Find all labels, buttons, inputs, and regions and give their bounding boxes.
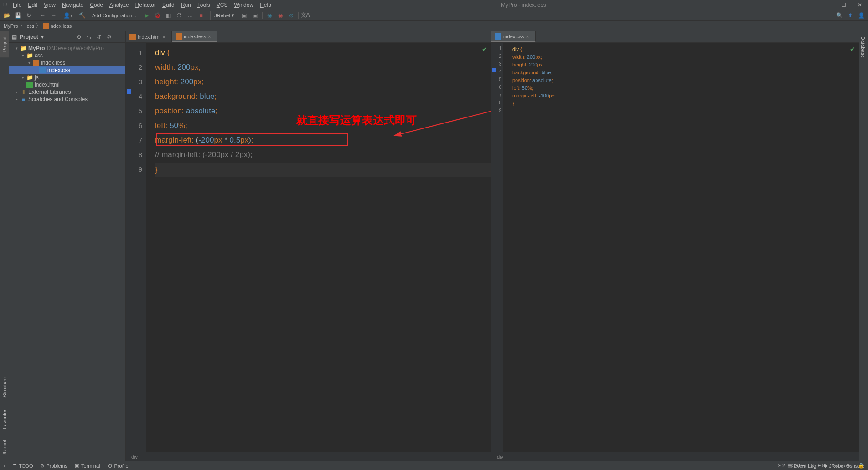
sync-icon[interactable]: ↻ [24, 10, 34, 20]
editor-tabs-right: index.css× [491, 31, 859, 43]
editor-tabs-left: index.html×index.less× [126, 31, 491, 43]
inspection-ok-icon[interactable]: ✔ [850, 46, 855, 53]
stop-icon[interactable]: ■ [196, 10, 206, 20]
tree-folder-js[interactable]: ▸📁js [9, 74, 125, 81]
editor-tab[interactable]: index.less× [172, 31, 217, 42]
project-tool-tab[interactable]: Project [0, 31, 9, 57]
menu-tools[interactable]: Tools [195, 1, 213, 9]
jr-icon2[interactable]: ▣ [250, 10, 260, 20]
menu-code[interactable]: Code [87, 1, 106, 9]
debug-icon[interactable]: 🐞 [152, 10, 162, 20]
menu-run[interactable]: Run [178, 1, 194, 9]
editor-tab[interactable]: index.css× [491, 31, 536, 42]
editor-breadcrumb-right[interactable]: div [491, 452, 859, 461]
cw-icon3[interactable]: ⊘ [286, 10, 296, 20]
indent-setting[interactable]: 2 spaces [832, 463, 852, 468]
readonly-lock-icon[interactable]: 🔒 [858, 463, 864, 469]
favorites-tool-tab[interactable]: Favorites [0, 403, 9, 434]
build-icon[interactable]: 👤▾ [63, 10, 73, 20]
menu-analyze[interactable]: Analyze [107, 1, 132, 9]
search-everywhere-icon[interactable]: 🔍 [834, 10, 844, 20]
gear-icon[interactable]: ⚙ [105, 33, 113, 41]
terminal-tool[interactable]: ▣ Terminal [75, 463, 100, 469]
window-title: MyPro - index.less [228, 2, 819, 8]
tree-external-libs[interactable]: ▸⫴External Libraries [9, 88, 125, 96]
line-separator[interactable]: CRLF [791, 463, 805, 468]
save-icon[interactable]: 💾 [13, 10, 23, 20]
problems-tool[interactable]: ⊘ Problems [40, 463, 67, 469]
run-icon[interactable]: ▶ [141, 10, 151, 20]
translate-icon[interactable]: 文A [300, 10, 310, 20]
editor-area-right[interactable]: 123456789 div { width: 200px; height: 20… [491, 43, 859, 452]
todo-tool[interactable]: ≣ TODO [13, 463, 33, 469]
collapse-icon[interactable]: ⇵ [95, 33, 103, 41]
menu-view[interactable]: View [41, 1, 58, 9]
menu-navigate[interactable]: Navigate [59, 1, 86, 9]
locate-icon[interactable]: ⊙ [75, 33, 83, 41]
color-marker-icon[interactable] [492, 68, 496, 72]
panel-title[interactable]: Project [20, 34, 38, 40]
color-marker-icon[interactable] [127, 89, 131, 94]
breadcrumb-item[interactable]: index.less [49, 23, 72, 29]
project-panel: ▤ Project ▾ ⊙ ⇆ ⇵ ⚙ — ▾📁MyProD:\Develop\… [9, 31, 126, 461]
back-icon[interactable]: ← [38, 10, 48, 20]
open-icon[interactable]: 📂 [2, 10, 12, 20]
breadcrumb-item[interactable]: MyPro [4, 23, 18, 29]
editor-tab[interactable]: index.html× [126, 31, 172, 42]
svg-rect-4 [129, 34, 136, 40]
inspection-ok-icon[interactable]: ✔ [482, 46, 487, 53]
maximize-button[interactable]: ☐ [835, 0, 852, 10]
app-icon: IJ [0, 0, 10, 10]
tree-item-html[interactable]: index.html [9, 81, 125, 88]
minimize-button[interactable]: ─ [819, 0, 835, 10]
project-view-icon: ▤ [12, 34, 17, 40]
tree-folder-css[interactable]: ▾📁css [9, 52, 125, 59]
jrebel-tool-tab[interactable]: JRebel [0, 434, 9, 461]
svg-rect-5 [176, 33, 182, 40]
breadcrumb-item[interactable]: css [27, 23, 35, 29]
tree-item-less[interactable]: ▾index.less [9, 59, 125, 66]
profile-icon[interactable]: ⏱ [174, 10, 184, 20]
avatar-icon[interactable]: 👤 [856, 10, 866, 20]
structure-tool-tab[interactable]: Structure [0, 372, 9, 403]
profiler-tool[interactable]: ⏱ Profiler [108, 463, 130, 469]
menu-build[interactable]: Build [160, 1, 177, 9]
caret-position[interactable]: 9:2 [778, 463, 785, 468]
close-tab-icon[interactable]: × [526, 34, 532, 39]
jrebel-selector[interactable]: JRebel ▾ [210, 11, 238, 20]
close-button[interactable]: ✕ [852, 0, 868, 10]
status-bar: ▫ ≣ TODO ⊘ Problems ▣ Terminal ⏱ Profile… [0, 461, 868, 470]
editor-breadcrumb-left[interactable]: div [126, 452, 491, 461]
close-tab-icon[interactable]: × [162, 34, 168, 40]
expand-icon[interactable]: ⇆ [85, 33, 93, 41]
hide-icon[interactable]: — [115, 33, 123, 41]
forward-icon[interactable]: → [49, 10, 59, 20]
menu-edit[interactable]: Edit [25, 1, 40, 9]
cw-icon2[interactable]: ◉ [275, 10, 285, 20]
jr-icon1[interactable]: ▣ [239, 10, 249, 20]
file-icon [495, 33, 501, 40]
right-tool-strip: Database [859, 31, 868, 461]
attach-icon[interactable]: … [185, 10, 195, 20]
tree-item-css[interactable]: index.css [9, 66, 125, 74]
tree-root[interactable]: ▾📁MyProD:\Develop\Web\MyPro [9, 45, 125, 52]
coverage-icon[interactable]: ◧ [163, 10, 173, 20]
less-file-icon [43, 23, 49, 29]
hammer-icon[interactable]: 🔨 [77, 10, 87, 20]
close-tab-icon[interactable]: × [208, 34, 213, 39]
gutter-right: 123456789 [491, 43, 503, 452]
menu-refactor[interactable]: Refactor [133, 1, 159, 9]
tree-scratches[interactable]: ▸≡Scratches and Consoles [9, 96, 125, 103]
menu-file[interactable]: File [10, 1, 24, 9]
editor-left: index.html×index.less× 123456789 就直接写运算表… [126, 31, 491, 461]
ide-update-icon[interactable]: ⬆ [845, 10, 855, 20]
file-icon [129, 34, 136, 40]
cw-icon1[interactable]: ◉ [264, 10, 274, 20]
editor-area-left[interactable]: 123456789 就直接写运算表达式即可 div { width: 200px… [126, 43, 491, 452]
database-tool-tab[interactable]: Database [859, 31, 867, 63]
tool-window-toggle[interactable]: ▫ [4, 463, 5, 469]
main-toolbar: 📂 💾 ↻ ← → 👤▾ 🔨 Add Configuration... ▶ 🐞 … [0, 10, 868, 21]
chevron-down-icon[interactable]: ▾ [41, 34, 44, 40]
file-encoding[interactable]: UTF-8 [811, 463, 825, 468]
run-config-selector[interactable]: Add Configuration... [88, 11, 140, 20]
